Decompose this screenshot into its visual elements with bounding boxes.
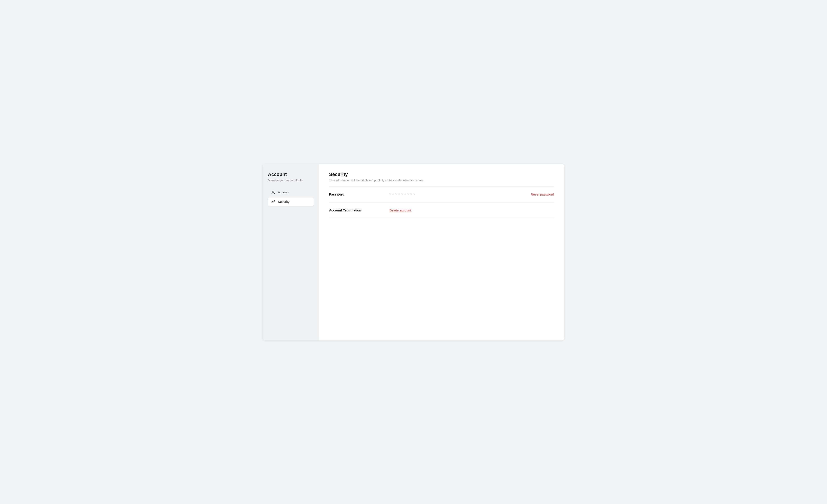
sidebar-item-account[interactable]: Account: [268, 188, 313, 197]
main-content: Security This information will be displa…: [319, 164, 564, 340]
password-value: * * * * * * * * *: [389, 192, 531, 196]
account-termination-label: Account Termination: [329, 209, 389, 212]
sidebar-subtitle: Manage your account info.: [268, 178, 313, 182]
sidebar-nav: Account Security: [268, 188, 313, 206]
section-header: Security This information will be displa…: [329, 172, 554, 182]
password-row: Password * * * * * * * * * Reset passwor…: [329, 186, 554, 202]
svg-point-0: [273, 191, 274, 192]
delete-account-button[interactable]: Delete account: [389, 209, 411, 212]
section-description: This information will be displayed publi…: [329, 178, 554, 182]
password-label: Password: [329, 192, 389, 196]
user-icon: [271, 190, 275, 194]
sidebar: Account Manage your account info. Accoun…: [263, 164, 319, 340]
key-icon: [271, 200, 275, 204]
svg-point-1: [272, 201, 273, 203]
app-container: Account Manage your account info. Accoun…: [263, 164, 564, 340]
sidebar-item-security[interactable]: Security: [268, 198, 313, 206]
page-title: Security: [329, 172, 554, 177]
sidebar-title: Account: [268, 172, 313, 177]
sidebar-account-label: Account: [278, 190, 289, 194]
sidebar-security-label: Security: [278, 200, 289, 204]
reset-password-button[interactable]: Reset password: [531, 192, 554, 196]
account-termination-row: Account Termination Delete account: [329, 203, 554, 218]
bottom-divider: [329, 218, 554, 218]
